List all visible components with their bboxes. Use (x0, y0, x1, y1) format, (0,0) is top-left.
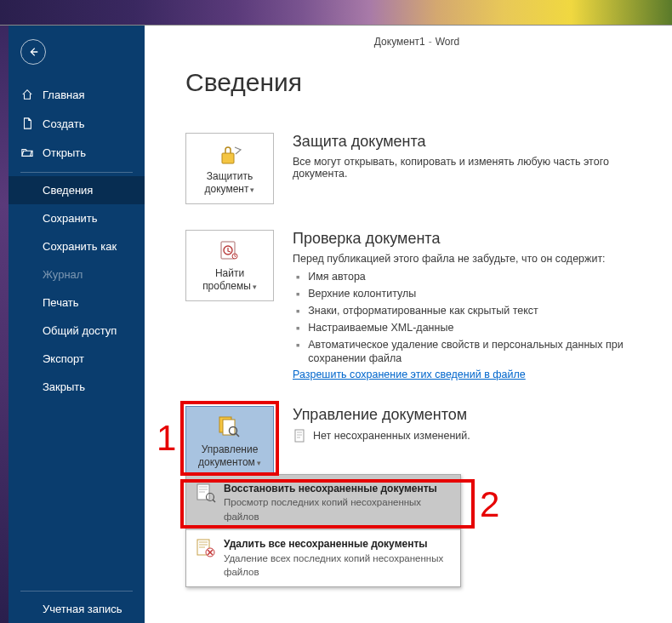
sidebar-item-share[interactable]: Общий доступ (9, 317, 145, 345)
section-body: Нет несохраненных изменений. (313, 430, 470, 442)
dropdown-desc: Просмотр последних копий несохраненных ф… (224, 497, 421, 522)
section-protect: Защитить документ▾ Защита документа Все … (185, 133, 648, 204)
sidebar-item-label: Сохранить как (43, 240, 117, 253)
delete-unsaved-item[interactable]: Удалить все несохраненные документы Удал… (186, 530, 460, 586)
back-button[interactable] (20, 39, 46, 65)
dropdown-text: Восстановить несохраненные документы Про… (224, 482, 452, 523)
arrow-left-icon (27, 46, 39, 58)
delete-icon (195, 537, 217, 559)
sidebar-item-info[interactable]: Сведения (9, 176, 145, 204)
manage-document-tile[interactable]: Управление документом▾ (185, 406, 274, 477)
sidebar-item-label: Сведения (43, 184, 93, 197)
dropdown-text: Удалить все несохраненные документы Удал… (224, 537, 452, 579)
page-title: Сведения (185, 68, 648, 97)
sidebar-item-label: Создать (43, 117, 84, 130)
app-name: Word (436, 36, 459, 48)
allow-save-link[interactable]: Разрешить сохранение этих сведений в фай… (293, 369, 526, 380)
app-container: Главная Создать Открыть Сведения Сохрани… (0, 26, 672, 623)
sidebar-item-label: Открыть (43, 146, 86, 159)
svg-rect-0 (222, 153, 234, 163)
section-body: Перед публикацией этого файла не забудьт… (293, 253, 648, 265)
document-small-icon (293, 429, 306, 443)
main-panel: Документ1 - Word Сведения Защитить докум… (145, 26, 672, 623)
section-inspect: Найти проблемы▾ Проверка документа Перед… (185, 230, 648, 380)
sidebar-item-print[interactable]: Печать (9, 289, 145, 317)
section-manage: Управление документом▾ Управление докуме… (185, 406, 648, 477)
edge-decoration (0, 26, 9, 623)
annotation-number-1: 1 (157, 418, 176, 459)
sidebar-bottom: Учетная запись (9, 586, 145, 623)
sidebar-separator (20, 172, 133, 173)
window-decoration-bar (0, 0, 672, 26)
recover-icon (195, 482, 217, 504)
manage-dropdown: Восстановить несохраненные документы Про… (185, 474, 461, 586)
sidebar-item-open[interactable]: Открыть (9, 138, 145, 167)
manage-info: Управление документом Нет несохраненных … (293, 406, 648, 443)
lock-icon (215, 141, 244, 167)
dropdown-desc: Удаление всех последних копий несохранен… (224, 553, 443, 578)
sidebar-item-label: Печать (43, 296, 79, 309)
backstage-sidebar: Главная Создать Открыть Сведения Сохрани… (9, 26, 145, 623)
inspect-icon (215, 238, 244, 264)
sidebar-item-label: Сохранить (43, 212, 98, 225)
title-bar: Документ1 - Word (185, 32, 648, 51)
sidebar-item-label: Журнал (43, 268, 83, 281)
sidebar-item-close[interactable]: Закрыть (9, 373, 145, 401)
tile-label: Найти проблемы▾ (190, 267, 270, 293)
section-heading: Защита документа (293, 133, 648, 151)
home-icon (20, 88, 34, 101)
protect-info: Защита документа Все могут открывать, ко… (293, 133, 648, 180)
inspect-info: Проверка документа Перед публикацией это… (293, 230, 648, 380)
svg-rect-7 (295, 430, 304, 442)
manage-document-icon (215, 414, 244, 440)
list-item: Верхние колонтитулы (293, 287, 648, 301)
tile-label: Защитить документ▾ (190, 170, 270, 196)
section-heading: Управление документом (293, 406, 648, 424)
protect-document-tile[interactable]: Защитить документ▾ (185, 133, 274, 204)
sidebar-separator (20, 591, 133, 592)
dropdown-title: Удалить все несохраненные документы (224, 537, 452, 551)
sidebar-item-account[interactable]: Учетная запись (9, 595, 145, 623)
sidebar-item-save[interactable]: Сохранить (9, 204, 145, 232)
sidebar-item-label: Закрыть (43, 380, 85, 393)
manage-status-row: Нет несохраненных изменений. (293, 429, 648, 443)
document-icon (20, 117, 34, 130)
list-item: Имя автора (293, 270, 648, 284)
section-heading: Проверка документа (293, 230, 648, 248)
tile-label: Управление документом▾ (190, 443, 270, 469)
sidebar-item-history: Журнал (9, 260, 145, 289)
inspect-document-tile[interactable]: Найти проблемы▾ (185, 230, 274, 301)
dropdown-title: Восстановить несохраненные документы (224, 482, 452, 495)
list-item: Настраиваемые XML-данные (293, 321, 648, 335)
list-item: Автоматическое удаление свойств и персон… (293, 338, 648, 367)
inspect-list: Имя автора Верхние колонтитулы Знаки, от… (293, 270, 648, 366)
sidebar-item-saveas[interactable]: Сохранить как (9, 232, 145, 260)
folder-open-icon (20, 146, 34, 159)
sidebar-item-label: Учетная запись (43, 603, 122, 615)
section-body: Все могут открывать, копировать и изменя… (293, 156, 648, 180)
sidebar-item-export[interactable]: Экспорт (9, 345, 145, 373)
recover-unsaved-item[interactable]: Восстановить несохраненные документы Про… (186, 475, 460, 530)
sidebar-item-new[interactable]: Создать (9, 109, 145, 138)
sidebar-item-home[interactable]: Главная (9, 80, 145, 109)
list-item: Знаки, отформатированные как скрытый тек… (293, 304, 648, 318)
sidebar-item-label: Общий доступ (43, 324, 117, 337)
sidebar-item-label: Главная (43, 89, 84, 101)
document-name: Документ1 (374, 36, 425, 48)
title-separator: - (429, 36, 432, 48)
sidebar-item-label: Экспорт (43, 352, 84, 365)
annotation-number-2: 2 (480, 484, 499, 525)
